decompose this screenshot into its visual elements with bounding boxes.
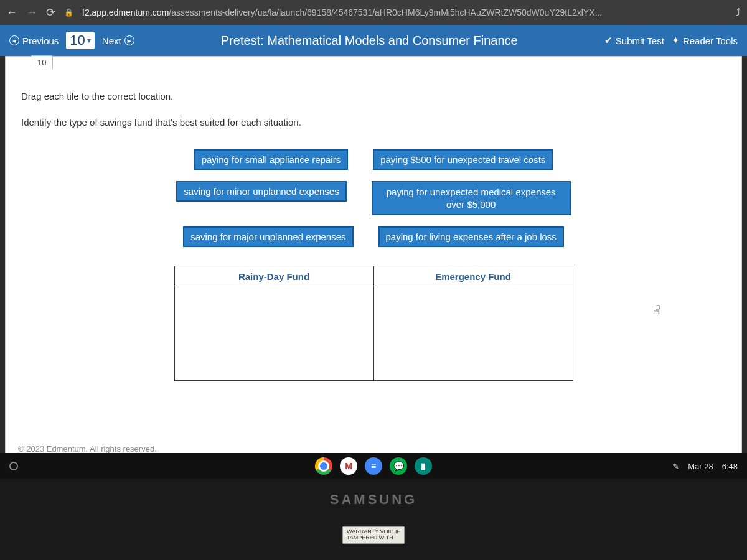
arrow-right-icon: ► bbox=[125, 35, 134, 45]
tools-label: Reader Tools bbox=[683, 35, 738, 46]
app-header: ◄ Previous 10 ▾ Next ► Pretest: Mathemat… bbox=[0, 25, 747, 56]
question-selector[interactable]: 10 ▾ bbox=[66, 32, 94, 49]
url-path: /assessments-delivery/ua/la/launch/69158… bbox=[169, 7, 602, 17]
wand-icon: ✦ bbox=[672, 35, 680, 46]
docs-icon[interactable]: ≡ bbox=[365, 457, 382, 475]
taskbar: M ≡ 💬 ▮ ✎ Mar 28 6:48 bbox=[0, 453, 747, 479]
back-button[interactable]: ← bbox=[6, 6, 17, 19]
drop-zone-rainy[interactable] bbox=[174, 287, 374, 381]
brand-logo: SAMSUNG bbox=[330, 492, 417, 508]
draggable-tile[interactable]: paying for small appliance repairs bbox=[194, 149, 348, 170]
cursor-icon: ☟ bbox=[653, 302, 660, 317]
lock-icon: 🔒 bbox=[64, 8, 73, 17]
stylus-icon[interactable]: ✎ bbox=[672, 462, 679, 471]
draggable-tile[interactable]: saving for major unplanned expenses bbox=[183, 226, 353, 247]
camera-icon[interactable]: ▮ bbox=[415, 457, 432, 475]
question-number: 10 bbox=[70, 32, 85, 49]
warranty-sticker: WARRANTY VOID IF TAMPERED WITH bbox=[342, 526, 405, 544]
question-tab[interactable]: 10 bbox=[31, 55, 53, 69]
chat-icon[interactable]: 💬 bbox=[390, 457, 407, 475]
draggable-tile[interactable]: paying for unexpected medical expenses o… bbox=[372, 181, 571, 215]
draggable-tile[interactable]: paying $500 for unexpected travel costs bbox=[373, 149, 553, 170]
sticker-line2: TAMPERED WITH bbox=[347, 535, 400, 541]
gmail-icon[interactable]: M bbox=[340, 457, 357, 475]
tile-bank: paying for small appliance repairs payin… bbox=[21, 149, 726, 247]
reload-button[interactable]: ⟳ bbox=[46, 6, 55, 19]
submit-test-button[interactable]: ✔ Submit Test bbox=[604, 35, 664, 46]
reader-tools-button[interactable]: ✦ Reader Tools bbox=[672, 35, 738, 46]
taskbar-time[interactable]: 6:48 bbox=[722, 462, 738, 471]
draggable-tile[interactable]: paying for living expenses after a job l… bbox=[378, 226, 564, 247]
address-bar[interactable]: f2.app.edmentum.com/assessments-delivery… bbox=[82, 7, 727, 17]
next-button[interactable]: Next ► bbox=[102, 35, 134, 46]
draggable-tile[interactable]: saving for minor unplanned expenses bbox=[176, 181, 346, 202]
drop-header-rainy: Rainy-Day Fund bbox=[174, 266, 374, 287]
chrome-icon[interactable] bbox=[315, 457, 332, 475]
taskbar-date[interactable]: Mar 28 bbox=[688, 462, 713, 471]
question-prompt: Identify the type of savings fund that's… bbox=[21, 117, 726, 128]
share-icon[interactable]: ⤴ bbox=[736, 7, 741, 18]
drag-instruction: Drag each tile to the correct location. bbox=[21, 91, 726, 101]
chevron-down-icon: ▾ bbox=[87, 36, 91, 45]
drop-zone-emergency[interactable] bbox=[374, 287, 573, 381]
previous-label: Previous bbox=[22, 35, 59, 46]
launcher-button[interactable] bbox=[9, 462, 18, 470]
copyright-text: © 2023 Edmentum. All rights reserved. bbox=[18, 444, 157, 454]
device-bezel: SAMSUNG WARRANTY VOID IF TAMPERED WITH bbox=[0, 479, 747, 560]
forward-button[interactable]: → bbox=[26, 6, 37, 19]
question-panel: 10 Drag each tile to the correct locatio… bbox=[5, 56, 742, 460]
previous-button[interactable]: ◄ Previous bbox=[9, 35, 59, 46]
url-domain: f2.app.edmentum.com bbox=[82, 7, 169, 17]
drop-header-emergency: Emergency Fund bbox=[374, 266, 573, 287]
page-title: Pretest: Mathematical Models and Consume… bbox=[142, 34, 597, 48]
next-label: Next bbox=[102, 35, 121, 46]
arrow-left-icon: ◄ bbox=[9, 35, 19, 45]
drop-target-table: Rainy-Day Fund Emergency Fund bbox=[174, 266, 573, 381]
check-icon: ✔ bbox=[604, 35, 613, 46]
submit-label: Submit Test bbox=[616, 35, 664, 46]
